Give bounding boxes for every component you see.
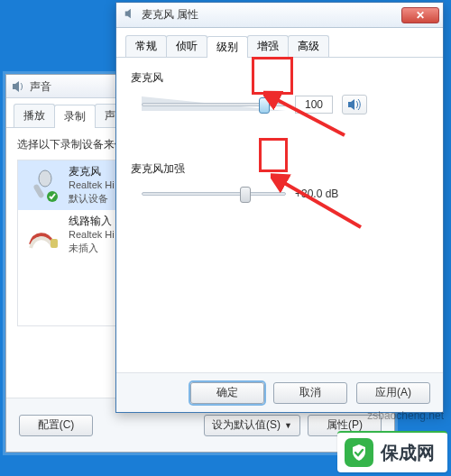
device-status: 默认设备 [69, 192, 115, 206]
set-default-label: 设为默认值(S) [212, 417, 281, 433]
device-text: 麦克风 Realtek Hi 默认设备 [69, 165, 115, 206]
mic-level-label: 麦克风 [131, 70, 428, 86]
properties-tabs: 常规 侦听 级别 增强 高级 [116, 28, 443, 58]
mic-boost-label: 麦克风加强 [131, 161, 428, 177]
tab-advanced[interactable]: 高级 [288, 35, 329, 57]
svg-rect-3 [51, 239, 58, 248]
mute-button[interactable] [342, 95, 367, 114]
linein-icon [25, 217, 61, 253]
mic-level-thumb[interactable] [259, 97, 270, 114]
close-button[interactable]: ✕ [401, 7, 439, 23]
shield-check-icon [345, 438, 373, 467]
tab-playback[interactable]: 播放 [14, 104, 55, 127]
mic-boost-slider[interactable] [142, 186, 286, 202]
sound-window-title: 声音 [30, 80, 51, 93]
set-default-button[interactable]: 设为默认值(S)▼ [204, 415, 300, 436]
mic-level-value: 100 [295, 96, 333, 114]
cancel-button[interactable]: 取消 [273, 382, 347, 404]
speaker-icon [11, 78, 25, 93]
close-icon: ✕ [416, 9, 425, 22]
device-name: 线路输入 [69, 215, 115, 228]
mic-level-slider[interactable] [142, 96, 286, 113]
mic-properties-window: 麦克风 属性 ✕ 常规 侦听 级别 增强 高级 麦克风 100 [115, 2, 444, 413]
device-name: 麦克风 [69, 165, 115, 178]
mic-level-group: 麦克风 100 [131, 70, 428, 114]
device-text: 线路输入 Realtek Hi 未插入 [69, 215, 115, 255]
tab-enhance[interactable]: 增强 [247, 35, 289, 57]
watermark: zsbaocheng.net [367, 409, 444, 422]
apply-button[interactable]: 应用(A) [356, 382, 430, 404]
tab-recording[interactable]: 录制 [54, 105, 96, 128]
properties-titlebar: 麦克风 属性 ✕ [116, 3, 443, 28]
speaker-icon [124, 7, 136, 23]
ok-button[interactable]: 确定 [190, 382, 264, 404]
svg-point-0 [39, 170, 51, 187]
mic-boost-value: +30.0 dB [295, 188, 338, 200]
properties-buttons: 确定 取消 应用(A) [116, 372, 443, 412]
device-driver: Realtek Hi [69, 228, 115, 242]
brand-text: 保成网 [381, 441, 435, 465]
brand-logo: 保成网 [337, 431, 447, 472]
levels-panel: 麦克风 100 麦克风加强 +30.0 dB [116, 58, 443, 261]
device-driver: Realtek Hi [69, 178, 115, 192]
configure-button[interactable]: 配置(C) [19, 415, 93, 436]
chevron-down-icon: ▼ [284, 421, 292, 430]
tab-levels[interactable]: 级别 [207, 36, 248, 58]
microphone-icon [25, 168, 61, 204]
tab-general[interactable]: 常规 [125, 35, 167, 57]
mic-boost-thumb[interactable] [240, 187, 251, 203]
mic-boost-group: 麦克风加强 +30.0 dB [131, 161, 428, 202]
device-status: 未插入 [69, 242, 115, 255]
properties-title: 麦克风 属性 [142, 7, 198, 23]
tab-listen[interactable]: 侦听 [166, 35, 207, 57]
